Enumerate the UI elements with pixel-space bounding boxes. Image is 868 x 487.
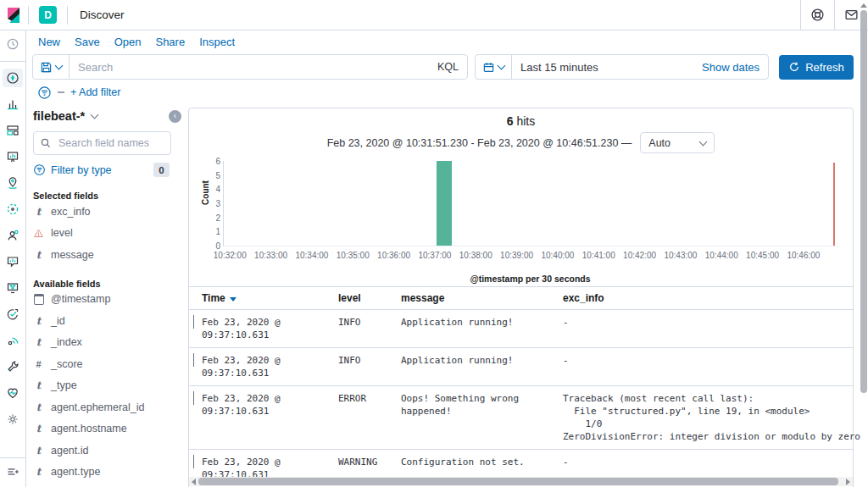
x-axis-label: @timestamp per 30 seconds	[223, 274, 837, 284]
column-header-exc-info[interactable]: exc_info	[563, 292, 853, 304]
date-picker-quick-menu[interactable]	[476, 55, 512, 79]
field-item[interactable]: t message	[33, 244, 181, 266]
sidebar-item-machine-learning[interactable]	[3, 200, 23, 219]
field-item[interactable]: t agent.ephemeral_id	[33, 396, 181, 418]
collapse-menu-icon[interactable]	[6, 465, 19, 479]
histogram-bar[interactable]	[437, 161, 451, 246]
current-time-marker	[833, 163, 835, 246]
field-item[interactable]: t agent.type	[33, 462, 181, 484]
x-tick-label: 10:38:00	[459, 251, 492, 260]
horizontal-scrollbar[interactable]	[189, 477, 853, 486]
sidebar-item-canvas[interactable]	[3, 147, 23, 166]
x-tick-label: 10:32:00	[214, 251, 247, 260]
sidebar-item-apm[interactable]	[3, 331, 23, 350]
discover-results-panel: 6 hits Feb 23, 2020 @ 10:31:51.230 - Feb…	[188, 108, 854, 487]
text-field-icon: t	[33, 423, 44, 434]
column-header-level[interactable]: level	[338, 292, 401, 304]
vertical-scrollbar[interactable]	[860, 3, 867, 486]
field-item[interactable]: t exc_info	[33, 201, 181, 223]
horizontal-scroll-thumb[interactable]	[198, 478, 838, 485]
filter-pin-divider	[58, 91, 64, 93]
field-item[interactable]: t agent.version	[33, 483, 181, 487]
cell-message: Configuration not set.	[401, 456, 563, 468]
expand-row-icon[interactable]	[193, 315, 194, 329]
sidebar-item-management[interactable]	[3, 410, 23, 429]
field-item[interactable]: t _id	[33, 310, 181, 332]
menu-save[interactable]: Save	[75, 36, 100, 48]
search-input[interactable]	[70, 61, 429, 74]
add-filter-link[interactable]: + Add filter	[70, 86, 120, 98]
sidebar-item-graph[interactable]	[3, 226, 23, 245]
kibana-logo[interactable]	[0, 7, 28, 24]
text-field-icon: t	[33, 336, 44, 348]
cell-exc-info: -	[563, 316, 853, 329]
field-item[interactable]: t _index	[33, 332, 181, 354]
vertical-scroll-thumb[interactable]	[860, 10, 867, 393]
histogram-chart: Count 0 1 2 3 4 5 6 10:32:00 10:33:00 10…	[189, 156, 853, 285]
sidebar-item-logs[interactable]	[3, 279, 23, 297]
text-field-icon: t	[33, 445, 44, 457]
field-item[interactable]: t agent.id	[33, 440, 181, 462]
x-tick-label: 10:45:00	[746, 251, 779, 260]
field-item[interactable]: t agent.hostname	[33, 418, 181, 440]
help-button[interactable]	[800, 0, 834, 30]
sidebar-item-maps[interactable]	[3, 174, 23, 192]
top-navigation-bar: D Discover	[0, 0, 868, 30]
scroll-right-arrow[interactable]	[846, 479, 850, 485]
table-row: Feb 23, 2020 @ 09:37:10.631 INFO Applica…	[189, 348, 853, 386]
column-header-message[interactable]: message	[401, 292, 563, 304]
x-tick-label: 10:35:00	[337, 251, 370, 260]
text-field-icon: t	[33, 379, 44, 391]
space-badge[interactable]: D	[39, 6, 57, 24]
menu-new[interactable]: New	[38, 36, 60, 48]
collapse-sidebar-button[interactable]: ‹	[169, 110, 181, 123]
interval-select[interactable]: Auto	[640, 132, 715, 153]
filter-icon	[33, 163, 46, 176]
sidebar-item-visualize[interactable]	[3, 95, 23, 113]
field-item[interactable]: t _type	[33, 375, 181, 397]
query-language-toggle[interactable]: KQL	[429, 61, 467, 73]
menu-inspect[interactable]: Inspect	[199, 36, 235, 48]
chevron-down-icon	[699, 137, 708, 146]
index-pattern-name[interactable]: filebeat-*	[33, 109, 85, 123]
chevron-down-icon[interactable]	[91, 111, 99, 119]
field-search-input[interactable]	[57, 136, 164, 150]
conflict-field-icon	[33, 228, 44, 239]
sidebar-item-stack-monitoring[interactable]	[3, 384, 23, 402]
field-item[interactable]: level	[33, 223, 181, 245]
refresh-button[interactable]: Refresh	[779, 55, 854, 80]
field-item[interactable]: # _score	[33, 353, 181, 375]
histogram-plot[interactable]: 0 1 2 3 4 5 6 10:32:00 10:33:00 10:34:00…	[223, 161, 838, 246]
scroll-left-arrow[interactable]	[192, 479, 196, 485]
y-tick-label: 3	[209, 199, 220, 208]
menu-share[interactable]: Share	[155, 36, 185, 48]
chart-time-range: Feb 23, 2020 @ 10:31:51.230 - Feb 23, 20…	[327, 137, 632, 149]
menu-open[interactable]: Open	[114, 36, 142, 48]
sidebar-item-discover[interactable]	[3, 69, 23, 87]
expand-row-icon[interactable]	[193, 455, 194, 468]
scroll-up-arrow[interactable]	[860, 3, 867, 8]
filter-by-type-link[interactable]: Filter by type	[51, 164, 112, 176]
divider	[28, 6, 29, 25]
recently-viewed-icon[interactable]	[3, 35, 23, 53]
filter-icon[interactable]	[37, 86, 52, 100]
expand-row-icon[interactable]	[193, 353, 194, 367]
x-tick-label: 10:34:00	[295, 251, 328, 260]
column-header-time[interactable]: Time	[202, 292, 338, 304]
y-tick-label: 1	[209, 227, 220, 236]
sidebar-item-metrics[interactable]	[3, 252, 23, 271]
time-range-value[interactable]: Last 15 minutes	[512, 61, 598, 74]
y-tick-label: 4	[209, 185, 220, 194]
cell-level: INFO	[338, 354, 401, 367]
expand-row-icon[interactable]	[193, 391, 194, 405]
text-field-icon: t	[33, 401, 44, 413]
x-tick-label: 10:33:00	[254, 251, 287, 260]
sidebar-item-dashboard[interactable]	[3, 121, 23, 140]
field-search-box[interactable]	[33, 131, 171, 155]
show-dates-link[interactable]: Show dates	[702, 61, 768, 74]
sidebar-item-uptime[interactable]	[3, 305, 23, 324]
saved-query-menu-button[interactable]	[33, 55, 70, 79]
search-icon	[40, 137, 52, 149]
sidebar-item-dev-tools[interactable]	[3, 357, 23, 376]
field-item[interactable]: @timestamp	[33, 289, 181, 311]
